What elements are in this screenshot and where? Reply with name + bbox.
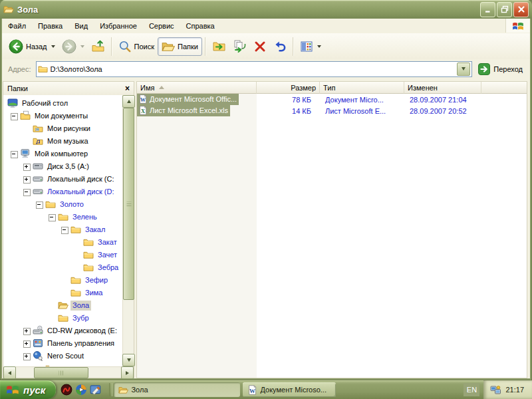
expando-minus-icon[interactable]	[11, 113, 18, 120]
scroll-down-button[interactable]	[122, 354, 135, 366]
tree-item-16[interactable]: Зола	[3, 300, 122, 311]
tree-item-label: Зелень	[70, 212, 99, 222]
titlebar[interactable]: Зола	[0, 0, 532, 19]
folder-icon	[58, 313, 68, 323]
horizontal-scroll-thumb[interactable]	[34, 367, 88, 378]
start-button[interactable]: пуск	[0, 380, 56, 399]
column-header-size[interactable]: Размер	[257, 82, 320, 94]
menu-item-file[interactable]: Файл	[2, 19, 32, 33]
hdd-icon	[33, 186, 43, 197]
svg-text:X: X	[141, 108, 145, 114]
expando-minus-icon[interactable]	[49, 214, 56, 221]
tree-item-18[interactable]: CD-RW дисковод (E:	[3, 325, 122, 336]
tree-item-1[interactable]: Мои документы	[3, 110, 122, 122]
quick-launch-wmp-icon[interactable]	[75, 384, 87, 396]
tree-item-label: Закат	[96, 237, 119, 247]
quick-launch-nero-ql-icon[interactable]	[61, 384, 72, 396]
file-row-1[interactable]: XЛист Microsoft Excel.xls14 КБЛист Micro…	[137, 105, 527, 116]
tree-item-5[interactable]: Диск 3,5 (A:)	[3, 161, 122, 172]
folders-panel-close-icon[interactable]: ×	[125, 85, 130, 92]
menu-item-view[interactable]: Вид	[68, 19, 94, 33]
views-button[interactable]	[297, 38, 325, 55]
tree-item-15[interactable]: Зима	[3, 287, 122, 299]
file-type: Документ Micro...	[320, 96, 404, 104]
tree-item-2[interactable]: Мои рисунки	[3, 123, 122, 134]
language-indicator[interactable]: EN	[464, 383, 479, 396]
column-label: Тип	[323, 84, 335, 92]
tree-horizontal-scrollbar[interactable]	[3, 366, 134, 378]
toolbar-separator	[293, 37, 294, 56]
undo-button[interactable]	[270, 38, 290, 55]
views-dropdown-icon[interactable]	[317, 45, 321, 48]
expando-minus-icon[interactable]	[11, 151, 18, 158]
close-button[interactable]	[513, 2, 529, 17]
menu-item-favorites[interactable]: Избранное	[94, 19, 143, 33]
up-button[interactable]	[88, 37, 108, 55]
expando-minus-icon[interactable]	[23, 189, 31, 196]
tree-item-14[interactable]: Зефир	[3, 275, 122, 286]
go-button[interactable]: Переход	[472, 63, 529, 75]
scroll-left-button[interactable]	[3, 366, 16, 378]
expando-plus-icon[interactable]	[23, 340, 31, 348]
tree-item-10[interactable]: Закал	[3, 224, 122, 235]
vertical-scroll-thumb[interactable]	[123, 108, 134, 300]
expando-minus-icon[interactable]	[36, 201, 43, 209]
tray-network-icon[interactable]	[490, 384, 501, 396]
menu-item-edit[interactable]: Правка	[32, 19, 68, 33]
folders-button[interactable]: Папки	[158, 37, 202, 56]
file-row-0[interactable]: WДокумент Microsoft Offic...78 КБДокумен…	[137, 94, 527, 105]
menu-item-help[interactable]: Справка	[180, 19, 221, 33]
column-header-modified[interactable]: Изменен	[404, 82, 481, 94]
column-header-name[interactable]: Имя	[137, 82, 257, 94]
task-button-label: Зола	[131, 386, 148, 394]
address-folder-icon	[38, 64, 48, 74]
tree-item-3[interactable]: Моя музыка	[3, 136, 122, 147]
tree-item-7[interactable]: Локальный диск (D:	[3, 186, 122, 198]
expando-plus-icon[interactable]	[23, 176, 31, 184]
expando-plus-icon[interactable]	[23, 328, 31, 335]
scroll-right-button[interactable]	[121, 366, 134, 378]
forward-dropdown-icon[interactable]	[80, 45, 84, 48]
tree-item-8[interactable]: Золото	[3, 199, 122, 210]
tree-item-label: Рабочий стол	[20, 98, 70, 108]
tree-item-12[interactable]: Зачет	[3, 249, 122, 261]
tree-item-0[interactable]: Рабочий стол	[3, 98, 122, 109]
tree-item-6[interactable]: Локальный диск (C:	[3, 174, 122, 185]
tree-item-20[interactable]: Nero Scout	[3, 350, 122, 362]
window-folder-icon	[3, 4, 14, 15]
minimize-button[interactable]	[480, 2, 495, 17]
tree-vertical-scrollbar[interactable]	[122, 95, 134, 366]
expando-plus-icon[interactable]	[23, 353, 31, 360]
column-headers: ИмяРазмерТипИзменен	[137, 82, 527, 94]
tree-item-19[interactable]: Панель управления	[3, 338, 122, 349]
system-tray: 21:17	[483, 380, 532, 399]
delete-button[interactable]	[250, 38, 270, 55]
menu-item-tools[interactable]: Сервис	[143, 19, 180, 33]
move-to-button[interactable]	[209, 37, 229, 55]
address-dropdown-button[interactable]	[457, 63, 470, 76]
file-modified: 28.09.2007 20:52	[404, 107, 467, 115]
address-combo[interactable]: D:\Золото\Зола	[36, 61, 473, 77]
search-label: Поиск	[134, 43, 154, 51]
forward-button[interactable]	[59, 37, 88, 56]
address-value[interactable]: D:\Золото\Зола	[51, 65, 458, 73]
quick-launch-show-desktop-icon[interactable]	[90, 384, 102, 396]
back-dropdown-icon[interactable]	[51, 45, 55, 48]
copy-to-button[interactable]	[229, 37, 250, 55]
tree-item-11[interactable]: Закат	[3, 237, 122, 248]
expando-minus-icon[interactable]	[61, 227, 68, 234]
restore-button[interactable]	[497, 2, 512, 17]
tree-item-17[interactable]: Зубр	[3, 313, 122, 324]
task-button-0[interactable]: Зола	[114, 382, 240, 397]
column-header-type[interactable]: Тип	[320, 82, 404, 94]
expando-plus-icon[interactable]	[23, 164, 31, 171]
column-header-filler	[481, 82, 527, 94]
scroll-up-button[interactable]	[122, 95, 135, 108]
tree-item-13[interactable]: Зебра	[3, 262, 122, 273]
task-button-1[interactable]: WДокумент Microso...	[243, 382, 336, 397]
start-label: пуск	[23, 384, 45, 396]
tree-item-9[interactable]: Зелень	[3, 211, 122, 223]
tree-item-4[interactable]: Мой компьютер	[3, 148, 122, 160]
search-button[interactable]: Поиск	[115, 38, 158, 55]
back-button[interactable]: Назад	[5, 37, 59, 56]
